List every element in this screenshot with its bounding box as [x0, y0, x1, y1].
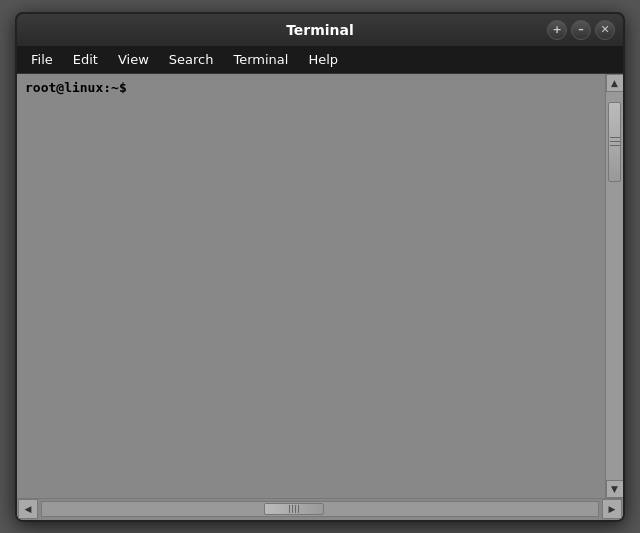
terminal-area: root@linux:~$ ▲ ▼	[17, 74, 623, 520]
add-tab-button[interactable]: +	[547, 20, 567, 40]
grip-line-1	[610, 137, 620, 138]
h-grip-line-1	[289, 505, 290, 513]
menu-terminal[interactable]: Terminal	[223, 50, 298, 69]
grip-line-2	[610, 141, 620, 142]
terminal-inner: root@linux:~$ ▲ ▼	[17, 74, 623, 498]
h-grip-line-3	[295, 505, 296, 513]
scrollbar-grip	[610, 137, 620, 146]
menu-help[interactable]: Help	[298, 50, 348, 69]
scroll-right-arrow[interactable]: ▶	[602, 499, 622, 519]
menu-search[interactable]: Search	[159, 50, 224, 69]
menu-view[interactable]: View	[108, 50, 159, 69]
menubar: File Edit View Search Terminal Help	[17, 46, 623, 74]
grip-line-3	[610, 145, 620, 146]
scroll-up-arrow[interactable]: ▲	[606, 74, 624, 92]
h-grip-line-4	[298, 505, 299, 513]
prompt-line: root@linux:~$	[25, 80, 597, 95]
scroll-thumb-horizontal[interactable]	[264, 503, 324, 515]
horizontal-scrollbar: ◀ ▶	[17, 498, 623, 520]
close-button[interactable]: ✕	[595, 20, 615, 40]
menu-file[interactable]: File	[21, 50, 63, 69]
scroll-track-vertical[interactable]	[606, 92, 623, 480]
prompt-text: root@linux:~$	[25, 80, 127, 95]
terminal-content[interactable]: root@linux:~$	[17, 74, 605, 498]
window-title: Terminal	[286, 22, 354, 38]
window-controls: + – ✕	[547, 20, 615, 40]
hscrollbar-grip	[289, 505, 299, 513]
minimize-button[interactable]: –	[571, 20, 591, 40]
scroll-track-horizontal[interactable]	[41, 501, 599, 517]
terminal-window: Terminal + – ✕ File Edit View Search Ter…	[15, 12, 625, 522]
scroll-left-arrow[interactable]: ◀	[18, 499, 38, 519]
scroll-down-arrow[interactable]: ▼	[606, 480, 624, 498]
menu-edit[interactable]: Edit	[63, 50, 108, 69]
scroll-thumb-vertical[interactable]	[608, 102, 621, 182]
vertical-scrollbar: ▲ ▼	[605, 74, 623, 498]
titlebar: Terminal + – ✕	[17, 14, 623, 46]
h-grip-line-2	[292, 505, 293, 513]
